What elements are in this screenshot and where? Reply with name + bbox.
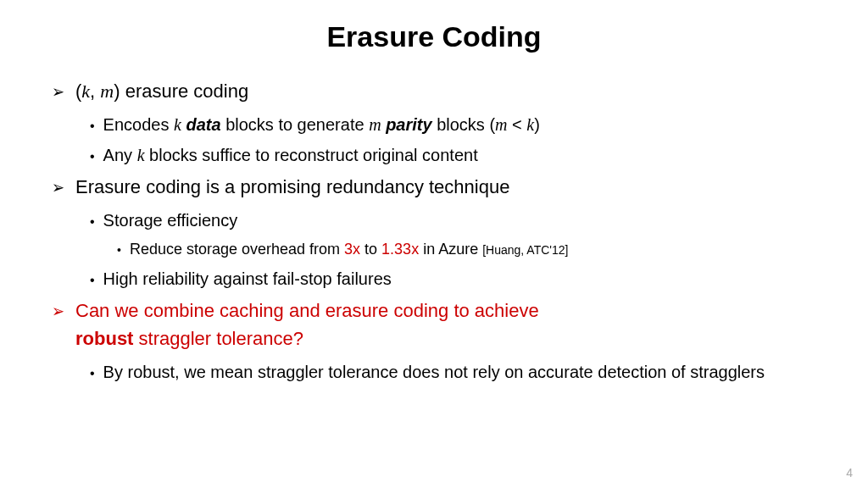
dot-icon: • [90,212,95,232]
dot-icon: • [90,116,95,136]
bullet-promising: ➢ Erasure coding is a promising redundan… [51,173,826,201]
dot-icon: • [90,270,95,291]
bullet-text: By robust, we mean straggler tolerance d… [103,359,765,385]
bullet-text: Encodes k data blocks to generate m pari… [103,112,540,137]
bullet-robust-def: • By robust, we mean straggler tolerance… [90,359,826,385]
bullet-question: ➢ Can we combine caching and erasure cod… [51,297,826,352]
bullet-text: Reduce storage overhead from 3x to 1.33x… [130,238,569,261]
bullet-km-coding: ➢ (k, m) erasure coding [51,77,826,105]
chevron-icon: ➢ [51,175,65,200]
bullet-reduce-storage: • Reduce storage overhead from 3x to 1.3… [117,238,826,261]
chevron-icon: ➢ [51,79,65,104]
dot-icon: • [117,241,121,259]
bullet-text: Storage efficiency [103,208,238,233]
bullet-storage-efficiency: • Storage efficiency [90,208,826,233]
bullet-text: (k, m) erasure coding [75,77,248,105]
slide-title: Erasure Coding [42,20,826,53]
bullet-encodes: • Encodes k data blocks to generate m pa… [90,112,826,137]
bullet-text: Erasure coding is a promising redundancy… [75,173,509,201]
page-number: 4 [846,466,853,480]
bullet-text: High reliability against fail-stop failu… [103,266,392,291]
bullet-text: Any k blocks suffice to reconstruct orig… [103,142,478,168]
bullet-any-k: • Any k blocks suffice to reconstruct or… [90,142,826,168]
slide-content: ➢ (k, m) erasure coding • Encodes k data… [42,77,826,385]
bullet-text: Can we combine caching and erasure codin… [75,297,539,352]
dot-icon: • [90,363,95,384]
bullet-high-reliability: • High reliability against fail-stop fai… [90,266,826,291]
chevron-icon: ➢ [51,298,65,324]
dot-icon: • [90,147,95,167]
